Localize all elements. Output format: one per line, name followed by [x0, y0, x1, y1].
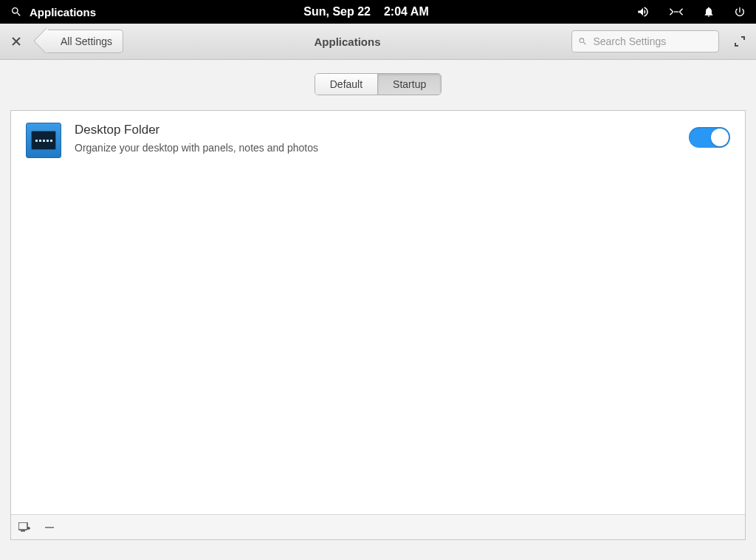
volume-icon[interactable] [636, 5, 650, 18]
applications-menu[interactable]: Applications [30, 6, 96, 18]
list-item[interactable]: Desktop Folder Organize your desktop wit… [11, 111, 745, 170]
app-text: Desktop Folder Organize your desktop wit… [75, 123, 318, 154]
svg-rect-3 [18, 522, 27, 530]
desktop-panel: Applications Sun, Sep 22 2:04 AM [0, 0, 756, 24]
content-frame: Desktop Folder Organize your desktop wit… [10, 110, 746, 540]
tab-row: Default Startup [0, 60, 756, 110]
svg-point-0 [674, 11, 676, 13]
breadcrumb-back[interactable]: All Settings [46, 30, 123, 53]
window-header: All Settings Applications [0, 24, 756, 60]
maximize-button[interactable] [731, 33, 749, 50]
app-title: Desktop Folder [75, 123, 318, 137]
svg-point-1 [676, 11, 677, 13]
content-footer [11, 514, 745, 539]
network-icon[interactable] [669, 7, 684, 17]
search-icon[interactable] [10, 6, 22, 18]
page-title: Applications [131, 35, 564, 48]
add-startup-app-button[interactable] [17, 520, 32, 535]
toggle-knob [711, 129, 729, 146]
notifications-icon[interactable] [703, 6, 715, 18]
panel-center[interactable]: Sun, Sep 22 2:04 AM [96, 5, 636, 18]
panel-date: Sun, Sep 22 [303, 5, 371, 18]
app-description: Organize your desktop with panels, notes… [75, 142, 318, 154]
tab-group: Default Startup [315, 73, 442, 95]
panel-time: 2:04 AM [384, 5, 429, 18]
svg-rect-5 [45, 527, 54, 528]
search-icon [578, 36, 587, 47]
tab-default[interactable]: Default [315, 74, 377, 95]
svg-point-2 [677, 11, 678, 13]
enable-toggle[interactable] [689, 127, 730, 148]
remove-startup-app-button[interactable] [42, 520, 57, 535]
svg-rect-4 [21, 530, 25, 532]
startup-app-list: Desktop Folder Organize your desktop wit… [11, 111, 745, 514]
close-button[interactable] [7, 33, 25, 50]
search-field-wrap[interactable] [571, 30, 719, 52]
panel-right [636, 5, 746, 18]
panel-left: Applications [10, 6, 96, 18]
power-icon[interactable] [734, 6, 746, 18]
search-input[interactable] [593, 35, 712, 47]
tab-startup[interactable]: Startup [377, 74, 441, 95]
app-icon [26, 123, 61, 158]
breadcrumb-label: All Settings [61, 35, 112, 47]
